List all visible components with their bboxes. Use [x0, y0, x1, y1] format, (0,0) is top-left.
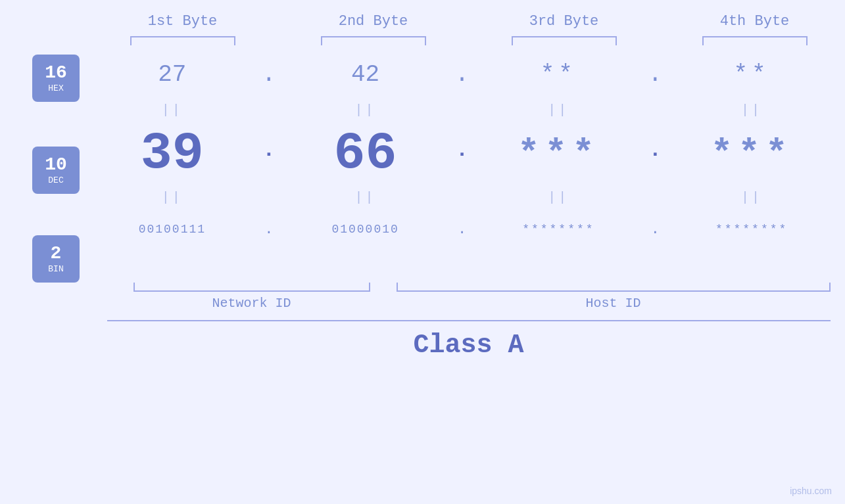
main-container: 1st Byte 2nd Byte 3rd Byte 4th Byte	[0, 0, 845, 504]
eq1-b2: ||	[355, 103, 376, 118]
dot-dec-1: .	[262, 138, 275, 162]
bin-b2: 01000010	[331, 223, 398, 236]
class-label: Class A	[413, 331, 523, 360]
dec-badge-num: 10	[45, 155, 67, 175]
watermark: ipshu.com	[790, 486, 832, 496]
hex-b3: **	[541, 61, 577, 88]
byte3-header: 3rd Byte	[529, 13, 599, 30]
byte4-top-bracket	[702, 36, 808, 45]
dec-b2: 66	[334, 124, 397, 183]
host-id-label: Host ID	[585, 296, 640, 311]
bin-badge-label: BIN	[48, 264, 63, 274]
network-id-bracket	[133, 283, 370, 292]
bin-badge: 2 BIN	[32, 235, 80, 283]
hex-badge-num: 16	[45, 63, 67, 83]
dot-bin-2: .	[458, 221, 466, 238]
hex-b2: 42	[351, 61, 379, 88]
bin-b1: 00100111	[139, 223, 206, 236]
dec-b3: ***	[518, 133, 600, 175]
dot-dec-2: .	[456, 138, 468, 162]
bin-b3: ********	[522, 223, 594, 236]
eq1-b4: ||	[741, 103, 762, 118]
network-id-bracket-area: Network ID	[107, 283, 397, 311]
dec-b4: ***	[711, 133, 793, 175]
hex-b1: 27	[158, 61, 186, 88]
dec-badge: 10 DEC	[32, 147, 80, 194]
eq2-b3: ||	[548, 190, 569, 205]
bin-b4: ********	[715, 223, 788, 236]
byte1-top-bracket	[130, 36, 235, 45]
dot-hex-3: .	[648, 61, 662, 88]
dot-bin-1: .	[264, 221, 273, 238]
byte3-top-bracket	[512, 36, 617, 45]
host-id-bracket-area: Host ID	[397, 283, 831, 311]
hex-b4: **	[734, 61, 770, 88]
dot-hex-2: .	[455, 61, 470, 88]
eq1-b3: ||	[548, 103, 569, 118]
hex-badge: 16 HEX	[32, 55, 80, 102]
byte4-header: 4th Byte	[720, 13, 790, 30]
byte2-header: 2nd Byte	[339, 13, 408, 30]
bin-badge-num: 2	[51, 244, 62, 264]
dot-bin-3: .	[651, 221, 660, 238]
eq1-b1: ||	[162, 103, 183, 118]
byte1-header: 1st Byte	[148, 13, 218, 30]
eq2-b1: ||	[162, 190, 183, 205]
byte2-top-bracket	[321, 36, 426, 45]
hex-badge-label: HEX	[48, 83, 63, 93]
network-id-label: Network ID	[212, 296, 291, 311]
eq2-b2: ||	[355, 190, 376, 205]
dot-dec-3: .	[649, 138, 662, 162]
eq2-b4: ||	[741, 190, 762, 205]
dec-b1: 39	[141, 124, 204, 183]
dec-badge-label: DEC	[48, 175, 63, 185]
class-divider	[107, 320, 831, 321]
host-id-bracket	[397, 283, 831, 292]
dot-hex-1: .	[262, 61, 276, 88]
